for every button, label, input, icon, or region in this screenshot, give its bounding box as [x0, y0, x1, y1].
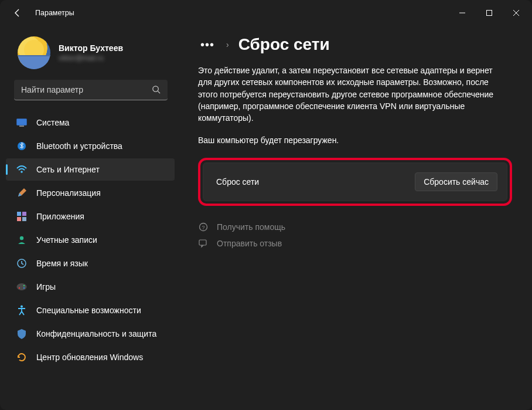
chevron-right-icon: › — [226, 40, 229, 49]
personalization-icon — [16, 188, 27, 198]
nav: Система Bluetooth и устройства Сеть и Ин… — [4, 109, 177, 369]
sidebar-item-update[interactable]: Центр обновления Windows — [6, 346, 175, 368]
sidebar-item-system[interactable]: Система — [6, 111, 175, 134]
reboot-note: Ваш компьютер будет перезагружен. — [198, 135, 512, 145]
close-button[interactable] — [503, 4, 530, 22]
network-reset-card: Сброс сети Сбросить сейчас — [203, 162, 507, 201]
profile-text: Виктор Бухтеев viktor@mail.ru — [59, 43, 123, 62]
window-body: Виктор Бухтеев viktor@mail.ru Система Bl… — [0, 26, 532, 410]
sidebar-item-label: Игры — [36, 282, 56, 292]
svg-rect-11 — [22, 217, 26, 221]
svg-point-15 — [19, 287, 20, 289]
svg-rect-8 — [17, 212, 21, 216]
accounts-icon — [16, 235, 27, 245]
svg-rect-21 — [199, 240, 206, 245]
svg-rect-4 — [17, 119, 27, 126]
help-icon: ? — [198, 222, 209, 232]
sidebar-item-label: Время и язык — [36, 259, 88, 268]
window-title: Параметры — [35, 9, 74, 17]
svg-text:?: ? — [202, 225, 204, 231]
back-button[interactable] — [8, 4, 27, 22]
sidebar-item-accounts[interactable]: Учетные записи — [6, 229, 175, 251]
reset-now-button[interactable]: Сбросить сейчас — [415, 172, 497, 191]
help-link-label: Получить помощь — [217, 222, 285, 232]
svg-rect-10 — [17, 217, 21, 221]
sidebar-item-gaming[interactable]: Игры — [6, 276, 175, 298]
sidebar-item-label: Центр обновления Windows — [36, 353, 143, 362]
search-wrap — [14, 80, 168, 100]
sidebar-item-label: Сеть и Интернет — [36, 165, 100, 174]
svg-rect-9 — [22, 212, 26, 216]
sidebar-item-personalization[interactable]: Персонализация — [6, 182, 175, 204]
feedback-link[interactable]: Отправить отзыв — [198, 239, 512, 248]
titlebar: Параметры — [0, 0, 532, 26]
network-icon — [16, 164, 27, 175]
sidebar-item-network[interactable]: Сеть и Интернет — [6, 158, 175, 181]
svg-point-16 — [23, 285, 25, 286]
svg-point-17 — [23, 287, 25, 289]
highlight-annotation: Сброс сети Сбросить сейчас — [198, 158, 512, 206]
gaming-icon — [16, 282, 27, 292]
sidebar-item-label: Bluetooth и устройства — [36, 141, 122, 151]
system-icon — [16, 117, 27, 128]
sidebar-item-label: Система — [36, 118, 69, 127]
window-controls — [449, 4, 530, 22]
sidebar-item-bluetooth[interactable]: Bluetooth и устройства — [6, 135, 175, 157]
feedback-link-label: Отправить отзыв — [217, 239, 282, 248]
privacy-icon — [16, 328, 27, 339]
settings-window: Параметры Виктор Бухтеев viktor@mail.ru — [0, 0, 532, 410]
sidebar-item-accessibility[interactable]: Специальные возможности — [6, 299, 175, 321]
minimize-button[interactable] — [449, 4, 476, 22]
sidebar-item-label: Учетные записи — [36, 235, 97, 245]
breadcrumb: ••• › Сброс сети — [198, 35, 512, 54]
sidebar-item-label: Конфиденциальность и защита — [36, 329, 156, 338]
sidebar-item-label: Приложения — [36, 212, 84, 221]
svg-point-18 — [21, 306, 23, 308]
sidebar-item-privacy[interactable]: Конфиденциальность и защита — [6, 323, 175, 345]
search-input[interactable] — [14, 80, 168, 100]
svg-rect-1 — [487, 11, 492, 16]
svg-rect-5 — [19, 126, 24, 127]
time-icon — [16, 258, 27, 269]
profile-email: viktor@mail.ru — [59, 54, 123, 62]
avatar — [18, 36, 50, 69]
profile-name: Виктор Бухтеев — [59, 43, 123, 53]
sidebar-item-time[interactable]: Время и язык — [6, 252, 175, 275]
svg-point-14 — [17, 283, 27, 290]
update-icon — [16, 352, 27, 362]
svg-point-7 — [21, 171, 23, 173]
apps-icon — [16, 211, 27, 222]
profile-block[interactable]: Виктор Бухтеев viktor@mail.ru — [4, 31, 177, 77]
description-text: Это действие удалит, а затем переустанов… — [198, 65, 503, 124]
page-title: Сброс сети — [238, 35, 330, 54]
breadcrumb-more-button[interactable]: ••• — [198, 38, 217, 52]
accessibility-icon — [16, 305, 27, 316]
footer-links: ? Получить помощь Отправить отзыв — [198, 222, 512, 248]
sidebar-item-label: Специальные возможности — [36, 306, 141, 315]
bluetooth-icon — [16, 141, 27, 151]
feedback-icon — [198, 239, 209, 248]
get-help-link[interactable]: ? Получить помощь — [198, 222, 512, 232]
svg-point-12 — [20, 236, 23, 240]
card-label: Сброс сети — [216, 177, 259, 187]
sidebar-item-apps[interactable]: Приложения — [6, 205, 175, 228]
main-content: ••• › Сброс сети Это действие удалит, а … — [182, 26, 532, 410]
maximize-button[interactable] — [476, 4, 503, 22]
sidebar-item-label: Персонализация — [36, 188, 101, 198]
sidebar: Виктор Бухтеев viktor@mail.ru Система Bl… — [0, 26, 182, 410]
